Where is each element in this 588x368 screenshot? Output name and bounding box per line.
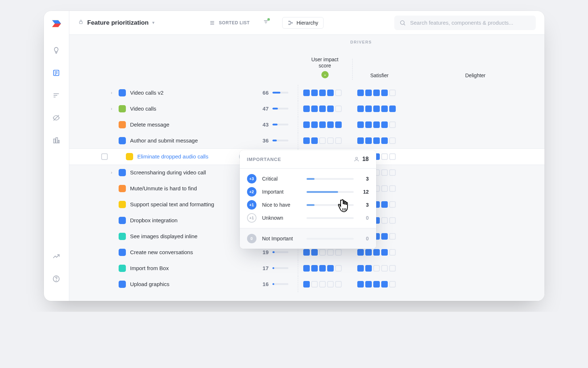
sort-descending-icon bbox=[321, 71, 329, 78]
nav-list-icon[interactable] bbox=[52, 69, 60, 77]
feature-name-cell: ›Mute/Unmute is hard to find bbox=[69, 185, 251, 192]
expand-chevron-icon[interactable]: › bbox=[109, 106, 114, 111]
lock-icon bbox=[78, 19, 84, 26]
column-user-impact[interactable]: User impact score bbox=[298, 51, 352, 80]
color-chip bbox=[119, 265, 126, 272]
importance-label: Nice to have bbox=[262, 202, 302, 208]
app-frame: Feature prioritization ▾ SORTED LIST Hie… bbox=[44, 11, 544, 301]
importance-count: 3 bbox=[358, 202, 369, 208]
feature-name-cell: ›Video calls v2 bbox=[69, 89, 251, 96]
satisfier-cell[interactable] bbox=[298, 101, 352, 117]
importance-option[interactable]: 0Not Important0 bbox=[240, 232, 376, 245]
importance-count: 3 bbox=[358, 176, 369, 182]
satisfier-cell[interactable] bbox=[298, 133, 352, 149]
feature-name-cell: ›Import from Box bbox=[69, 265, 251, 272]
feature-title: Screensharing during video call bbox=[130, 169, 247, 175]
satisfier-cell[interactable] bbox=[298, 260, 352, 276]
search-box[interactable] bbox=[394, 16, 536, 30]
color-chip bbox=[119, 217, 126, 224]
feature-title: Mute/Unmute is hard to find bbox=[130, 185, 247, 191]
score-bar bbox=[272, 140, 288, 141]
delighter-cell[interactable] bbox=[352, 117, 407, 133]
feature-name-cell: ›Author and submit message bbox=[69, 137, 251, 144]
row-checkbox[interactable] bbox=[101, 153, 108, 160]
delighter-cell[interactable] bbox=[352, 276, 407, 292]
column-delighter[interactable]: Delighter bbox=[407, 59, 544, 80]
feature-name-cell: ›Screensharing during video call bbox=[69, 169, 251, 176]
svg-point-15 bbox=[56, 280, 57, 281]
svg-marker-2 bbox=[52, 24, 61, 27]
color-chip bbox=[119, 201, 126, 208]
importance-option[interactable]: +1Unknown0 bbox=[240, 211, 376, 224]
rating-boxes bbox=[357, 249, 396, 256]
satisfier-cell[interactable] bbox=[298, 117, 352, 133]
table-row[interactable]: ›Video calls47 bbox=[69, 101, 544, 117]
importance-count: 12 bbox=[358, 189, 369, 195]
score-value: 16 bbox=[260, 281, 269, 287]
feature-title: Delete message bbox=[130, 121, 247, 128]
popover-footer: 0Not Important0 bbox=[240, 228, 376, 249]
delighter-cell[interactable] bbox=[352, 101, 407, 117]
popover-options: +3Critical3+2Important12+1Nice to have3+… bbox=[240, 169, 376, 228]
rating-boxes bbox=[357, 137, 396, 144]
app-logo[interactable] bbox=[51, 18, 62, 29]
score-bar bbox=[272, 251, 288, 253]
rating-boxes bbox=[303, 106, 342, 112]
feature-title: Video calls bbox=[130, 106, 247, 112]
table-row[interactable]: ›Video calls v266 bbox=[69, 85, 544, 101]
score-bar bbox=[272, 92, 288, 94]
svg-point-23 bbox=[289, 21, 290, 22]
table-row[interactable]: ›Import from Box17 bbox=[69, 260, 544, 276]
nav-help-icon[interactable] bbox=[52, 275, 60, 283]
color-chip bbox=[119, 137, 126, 144]
score-value: 19 bbox=[260, 249, 269, 255]
search-icon bbox=[399, 20, 406, 26]
importance-option[interactable]: +3Critical3 bbox=[240, 172, 376, 185]
feature-title: Author and submit message bbox=[130, 137, 247, 144]
score-value: 36 bbox=[260, 137, 269, 144]
hierarchy-icon bbox=[288, 20, 293, 26]
importance-bar bbox=[307, 238, 354, 240]
nav-org-icon[interactable] bbox=[52, 136, 60, 144]
score-value: 47 bbox=[260, 106, 269, 112]
importance-bar bbox=[307, 191, 354, 193]
importance-bar bbox=[307, 178, 354, 180]
nav-hidden-icon[interactable] bbox=[52, 114, 60, 122]
filter-button[interactable] bbox=[263, 19, 269, 27]
importance-count: 0 bbox=[358, 236, 369, 241]
importance-bar bbox=[307, 217, 354, 219]
feature-name-cell: ›Eliminate dropped audio calls+ bbox=[69, 153, 251, 161]
score-cell: 17 bbox=[251, 265, 298, 271]
delighter-cell[interactable] bbox=[352, 133, 407, 149]
sorted-list-toggle[interactable]: SORTED LIST bbox=[209, 20, 250, 26]
svg-point-24 bbox=[289, 24, 290, 25]
nav-analytics-icon[interactable] bbox=[52, 252, 60, 260]
breadcrumb[interactable]: Feature prioritization ▾ bbox=[78, 19, 155, 26]
popover-total: 18 bbox=[354, 156, 369, 162]
svg-rect-13 bbox=[58, 140, 59, 143]
score-cell: 43 bbox=[251, 121, 298, 128]
color-chip bbox=[119, 169, 126, 176]
search-input[interactable] bbox=[410, 19, 531, 26]
nav-priority-icon[interactable] bbox=[52, 91, 60, 99]
importance-option[interactable]: +1Nice to have3 bbox=[240, 198, 376, 211]
svg-rect-11 bbox=[54, 139, 55, 143]
svg-point-28 bbox=[355, 157, 357, 159]
delighter-cell[interactable] bbox=[352, 85, 407, 101]
column-satisfier[interactable]: Satisfier bbox=[352, 59, 407, 80]
table-row[interactable]: ›Delete message43 bbox=[69, 117, 544, 133]
expand-chevron-icon[interactable]: › bbox=[109, 170, 114, 175]
delighter-cell[interactable] bbox=[352, 260, 407, 276]
satisfier-cell[interactable] bbox=[298, 85, 352, 101]
nav-ideas-icon[interactable] bbox=[52, 46, 60, 54]
satisfier-cell[interactable] bbox=[298, 276, 352, 292]
expand-chevron-icon[interactable]: › bbox=[109, 90, 114, 95]
color-chip bbox=[119, 233, 126, 240]
score-value: 17 bbox=[260, 265, 269, 271]
hierarchy-button[interactable]: Hierarchy bbox=[282, 17, 324, 29]
table-row[interactable]: ›Author and submit message36 bbox=[69, 133, 544, 149]
color-chip bbox=[119, 249, 126, 256]
score-cell: 66 bbox=[251, 90, 298, 96]
importance-option[interactable]: +2Important12 bbox=[240, 185, 376, 198]
table-row[interactable]: ›Upload graphics16 bbox=[69, 276, 544, 292]
